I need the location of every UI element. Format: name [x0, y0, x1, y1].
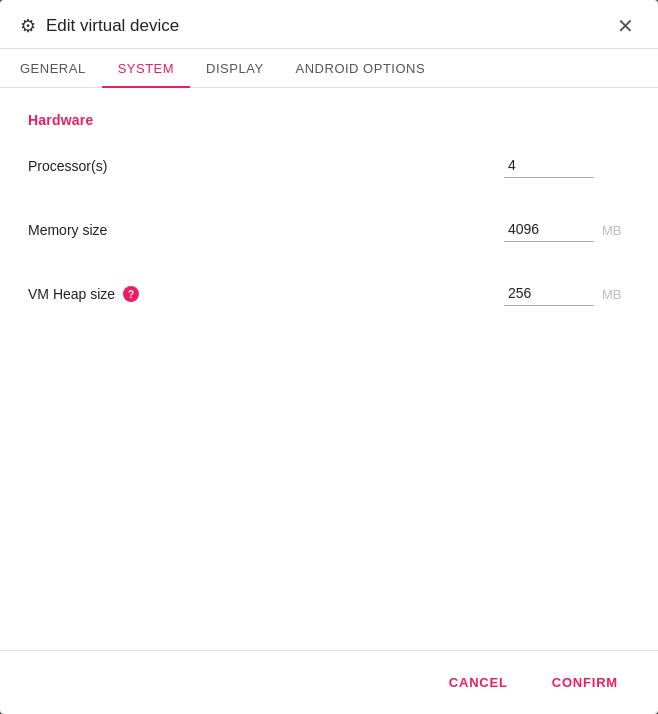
- vm-heap-size-label-text: VM Heap size: [28, 286, 115, 302]
- tab-display[interactable]: DISPLAY: [190, 49, 279, 88]
- processors-input[interactable]: [504, 155, 594, 178]
- field-row-vm-heap-size: VM Heap size ? MB: [28, 276, 630, 312]
- dialog-title: Edit virtual device: [46, 16, 179, 36]
- close-button[interactable]: ✕: [613, 14, 638, 38]
- memory-size-input[interactable]: [504, 219, 594, 242]
- tab-system[interactable]: SYSTEM: [102, 49, 190, 88]
- cancel-button[interactable]: CANCEL: [429, 665, 528, 700]
- edit-virtual-device-dialog: ⚙ Edit virtual device ✕ GENERAL SYSTEM D…: [0, 0, 658, 714]
- memory-size-unit: MB: [602, 223, 630, 238]
- section-hardware-title: Hardware: [28, 112, 630, 128]
- vm-heap-size-unit: MB: [602, 287, 630, 302]
- vm-heap-size-help-icon[interactable]: ?: [123, 286, 139, 302]
- memory-size-input-group: MB: [504, 219, 630, 242]
- vm-heap-size-input[interactable]: [504, 283, 594, 306]
- confirm-button[interactable]: CONFIRM: [532, 665, 638, 700]
- tab-bar: GENERAL SYSTEM DISPLAY ANDROID OPTIONS: [0, 49, 658, 88]
- field-row-processors: Processor(s): [28, 148, 630, 184]
- dialog-header: ⚙ Edit virtual device ✕: [0, 0, 658, 49]
- processors-input-group: [504, 155, 630, 178]
- gear-icon: ⚙: [20, 15, 36, 37]
- memory-size-label: Memory size: [28, 222, 107, 238]
- dialog-footer: CANCEL CONFIRM: [0, 650, 658, 714]
- dialog-title-row: ⚙ Edit virtual device: [20, 15, 179, 37]
- field-row-memory-size: Memory size MB: [28, 212, 630, 248]
- vm-heap-size-label: VM Heap size ?: [28, 286, 139, 302]
- processors-label: Processor(s): [28, 158, 107, 174]
- tab-android-options[interactable]: ANDROID OPTIONS: [280, 49, 442, 88]
- dialog-body: Hardware Processor(s) Memory size MB VM …: [0, 88, 658, 650]
- tab-general[interactable]: GENERAL: [20, 49, 102, 88]
- vm-heap-size-input-group: MB: [504, 283, 630, 306]
